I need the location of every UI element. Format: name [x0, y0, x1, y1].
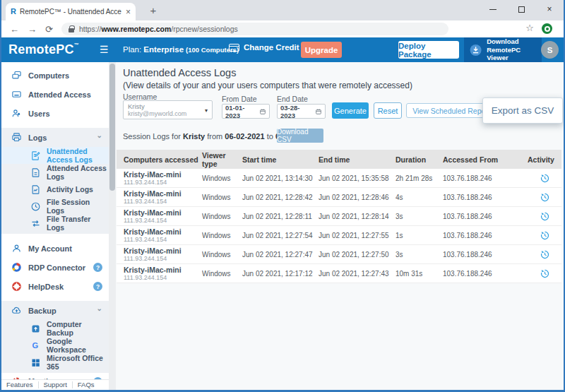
sidebar-item-backup[interactable]: Backup ⌄	[1, 301, 109, 320]
upgrade-button[interactable]: Upgrade	[301, 42, 342, 58]
session-history-icon[interactable]	[540, 173, 550, 184]
session-history-icon[interactable]	[540, 249, 550, 260]
sidebar-item-activity-logs[interactable]: Activity Logs	[1, 181, 109, 198]
window-close-button[interactable]: ×	[535, 0, 564, 18]
sidebar-item-computer-backup[interactable]: Computer Backup	[1, 320, 109, 337]
sidebar-item-my-account[interactable]: My Account	[1, 239, 109, 258]
end-time: Jun 02 2021, 12:27:50	[319, 251, 396, 259]
sidebar-item-rdp-connector[interactable]: RDP Connector ?	[1, 258, 109, 277]
forward-icon[interactable]: →	[28, 25, 37, 34]
sidebar-item-attended-access-logs[interactable]: Attended Access Logs	[1, 164, 109, 181]
viewer-type: Windows	[202, 194, 242, 201]
session-history-icon[interactable]	[540, 211, 550, 222]
hamburger-menu-icon[interactable]: ☰	[100, 44, 109, 55]
help-icon[interactable]: ?	[93, 282, 102, 291]
footer-link-support[interactable]: Support	[39, 381, 73, 388]
helpdesk-lifesaver-icon	[11, 281, 22, 292]
sidebar-item-label: Computer Backup	[47, 320, 109, 337]
viewer-type: Windows	[202, 174, 242, 182]
extension-icon[interactable]	[542, 23, 552, 34]
address-field[interactable]: https://www.remotepc.com/rpcnew/sessionl…	[61, 23, 448, 35]
table-row: Kristy-iMac-mini111.93.244.154 Windows J…	[117, 264, 561, 283]
session-history-icon[interactable]	[540, 192, 550, 203]
cloud-upload-icon	[11, 305, 22, 316]
end-time: Jun 02 2021, 12:27:43	[319, 270, 396, 278]
viewer-type: Windows	[202, 251, 242, 259]
url-text: https://www.remotepc.com/rpcnew/sessionl…	[79, 25, 238, 33]
sidebar-item-label: Attended Access Logs	[47, 164, 109, 181]
sidebar-item-label: Computers	[28, 71, 69, 80]
calendar-icon[interactable]	[315, 108, 322, 115]
sidebar-item-microsoft-office-365[interactable]: Microsoft Office 365	[1, 354, 109, 371]
col-end-time: End time	[319, 155, 396, 164]
sidebar-item-unattended-access-logs[interactable]: Unattended Access Logs	[1, 147, 109, 164]
chevron-down-icon[interactable]: ⌄	[97, 131, 102, 139]
user-avatar[interactable]: S	[541, 41, 559, 59]
duration: 10m 31s	[396, 270, 443, 278]
help-icon[interactable]: ?	[93, 263, 102, 272]
sidebar-group-backup: Backup ⌄ Computer Backup G Google Worksp…	[1, 301, 109, 373]
tab-close-icon[interactable]: ×	[126, 8, 131, 16]
table-row: Kristy-iMac-mini111.93.244.154 Windows J…	[117, 245, 561, 264]
page-title: Unattended Access Logs	[123, 67, 236, 78]
sidebar-item-users[interactable]: Users	[1, 104, 109, 123]
end-date-input[interactable]: 03-28-2023	[277, 104, 326, 119]
viewer-type: Windows	[202, 270, 242, 278]
sidebar-item-logs[interactable]: Logs ⌄	[1, 128, 109, 147]
browser-tab[interactable]: R RemotePC™ - Unattended Acce ×	[6, 3, 136, 20]
start-time: Jun 02 2021, 12:27:54	[242, 232, 319, 239]
sidebar-item-label: File Session Logs	[47, 198, 109, 215]
download-viewer-button[interactable]: DownloadRemotePC Viewer	[464, 37, 542, 62]
username-dropdown[interactable]: Kristy kristy@myworld.com ▾	[123, 100, 213, 119]
sidebar-scrollbar[interactable]	[109, 62, 116, 390]
sidebar-item-attended-access[interactable]: Attended Access	[1, 85, 109, 104]
footer-link-faqs[interactable]: FAQs	[73, 381, 100, 388]
computers-icon	[11, 70, 22, 81]
sidebar-item-label: Users	[28, 109, 50, 118]
calendar-icon[interactable]	[259, 108, 266, 115]
browser-tab-bar: R RemotePC™ - Unattended Acce × + ×	[1, 0, 564, 20]
sidebar-item-google-workspace[interactable]: G Google Workspace	[1, 337, 109, 354]
app-header: RemotePC™ ☰ Plan:Enterprise(100 Computer…	[1, 37, 564, 62]
refresh-icon[interactable]: ⟳	[45, 25, 53, 34]
download-csv-button[interactable]: Download CSV	[277, 129, 323, 143]
bookmark-star-icon[interactable]: ☆	[525, 23, 534, 33]
download-viewer-label: DownloadRemotePC Viewer	[487, 37, 542, 63]
document-icon	[30, 167, 41, 178]
table-row: Kristy-iMac-mini111.93.244.154 Windows J…	[117, 207, 561, 226]
sidebar-item-file-session-logs[interactable]: File Session Logs	[1, 198, 109, 215]
reset-button[interactable]: Reset	[374, 102, 402, 119]
session-history-icon[interactable]	[540, 268, 550, 279]
sidebar-item-label: My Account	[28, 244, 72, 253]
end-time: Jun 02 2021, 15:35:58	[319, 174, 396, 182]
computer-ip: 111.93.244.154	[124, 198, 202, 205]
sidebar-item-computers[interactable]: Computers	[1, 66, 109, 85]
window-minimize-button[interactable]	[479, 0, 507, 18]
page-subtitle: (View details of your and your users com…	[123, 81, 412, 90]
accessed-from: 103.76.188.246	[443, 270, 528, 278]
footer-link-features[interactable]: Features	[1, 381, 39, 388]
scrollbar-thumb[interactable]	[109, 64, 115, 191]
caret-down-icon: ▾	[205, 107, 208, 114]
new-tab-button[interactable]: +	[145, 2, 161, 18]
deploy-package-button[interactable]: Deploy Package	[398, 41, 459, 59]
sidebar-item-helpdesk[interactable]: HelpDesk ?	[1, 277, 109, 296]
start-time: Jun 02 2021, 12:17:12	[242, 270, 319, 278]
session-history-icon[interactable]	[540, 230, 550, 241]
col-viewer-type: Viewer type	[202, 151, 242, 168]
table-row: Kristy-iMac-mini111.93.244.154 Windows J…	[117, 188, 561, 207]
browser-window: R RemotePC™ - Unattended Acce × + × ← → …	[0, 0, 565, 392]
accessed-from: 103.76.188.246	[443, 213, 528, 220]
generate-button[interactable]: Generate	[332, 102, 369, 119]
from-date-input[interactable]: 01-01-2023	[222, 104, 270, 119]
google-g-icon: G	[30, 340, 41, 351]
sidebar-item-file-transfer-logs[interactable]: File Transfer Logs	[1, 215, 109, 232]
accessed-from: 103.76.188.246	[443, 251, 528, 259]
export-as-csv-button[interactable]: Export as CSV	[482, 97, 563, 124]
window-maximize-button[interactable]	[507, 0, 535, 18]
chevron-down-icon[interactable]: ⌄	[97, 304, 102, 312]
sidebar-item-label: Activity Logs	[47, 185, 93, 194]
sidebar-footer: Features Support FAQs	[1, 379, 109, 390]
computer-name: Kristy-iMac-mini	[124, 189, 202, 198]
back-icon[interactable]: ←	[10, 25, 19, 34]
